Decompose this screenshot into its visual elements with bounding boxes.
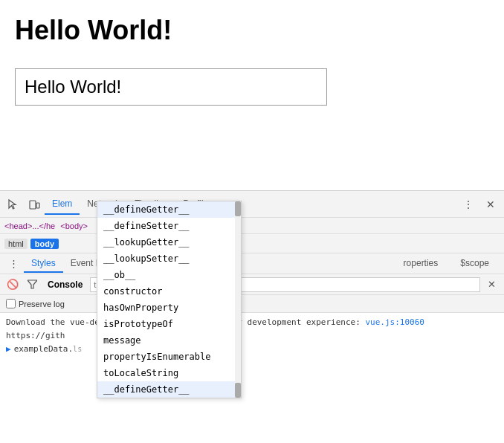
autocomplete-item-8[interactable]: message (97, 332, 241, 349)
console-toolbar2: Preserve log (0, 295, 504, 313)
autocomplete-item-1[interactable]: __defineSetter__ (97, 218, 241, 234)
device-toolbar-icon[interactable] (24, 194, 45, 215)
node-badges: html body (0, 234, 504, 253)
console-tab[interactable]: Console (43, 278, 87, 291)
close-devtools-icon[interactable]: ✕ (480, 194, 501, 215)
hello-world-input[interactable] (15, 68, 327, 106)
close-console-icon[interactable]: ✕ (483, 277, 500, 293)
ban-icon[interactable]: 🚫 (4, 277, 21, 293)
autocomplete-item-10[interactable]: toLocaleString (97, 365, 241, 381)
subtab-scope[interactable]: $scope (453, 255, 497, 273)
filter-icon[interactable] (24, 277, 40, 293)
preserve-log-label[interactable]: Preserve log (6, 299, 65, 308)
scroll-thumb-top (235, 201, 241, 216)
scroll-thumb-bottom (235, 383, 241, 398)
console-link-vuejs[interactable]: vue.js:10060 (365, 317, 424, 329)
autocomplete-scrollbar[interactable] (235, 201, 241, 398)
autocomplete-dropdown: __defineGetter__ __defineSetter__ __look… (97, 201, 242, 398)
console-prompt-arrow: ▶ (6, 343, 11, 355)
subtab-styles[interactable]: Styles (24, 255, 63, 273)
autocomplete-item-5[interactable]: constructor (97, 283, 241, 300)
autocomplete-item-9[interactable]: propertyIsEnumerable (97, 349, 241, 365)
svg-rect-0 (30, 201, 36, 209)
svg-rect-1 (36, 203, 39, 208)
devtools-panel: Elem Network Timeline Profiles » ⋮ ✕ <he… (0, 190, 504, 443)
console-toolbar: 🚫 Console ✕ (0, 274, 504, 295)
devtools-toolbar: Elem Network Timeline Profiles » ⋮ ✕ (0, 191, 504, 218)
autocomplete-item-4[interactable]: __ob__ (97, 267, 241, 283)
breadcrumb-head[interactable]: <head>...</he (4, 222, 55, 230)
badge-html[interactable]: html (4, 239, 28, 249)
svg-marker-2 (28, 280, 37, 288)
toolbar-right: ⋮ ✕ (458, 194, 501, 215)
autocomplete-item-0[interactable]: __defineGetter__ (97, 201, 241, 218)
preserve-log-checkbox[interactable] (6, 299, 16, 308)
cursor-icon[interactable] (3, 194, 24, 215)
console-output: Download the vue-devtools extension for … (0, 313, 504, 443)
tab-elements[interactable]: Elem (45, 194, 80, 215)
subtabs-more-icon[interactable]: ⋮ (3, 253, 24, 274)
breadcrumb-body[interactable]: <body> (60, 222, 88, 230)
subtabs: ⋮ Styles Event List roperties $scope (0, 253, 504, 274)
autocomplete-item-7[interactable]: isPrototypeOf (97, 316, 241, 332)
badge-body[interactable]: body (30, 239, 59, 249)
autocomplete-item-3[interactable]: __lookupSetter__ (97, 250, 241, 267)
autocomplete-item-2[interactable]: __lookupGetter__ (97, 234, 241, 250)
subtab-properties[interactable]: roperties (396, 255, 446, 273)
dom-breadcrumb: <head>...</he <body> (0, 218, 504, 234)
page-title: Hello World! (15, 15, 489, 46)
more-options-icon[interactable]: ⋮ (458, 194, 479, 215)
console-line-download: Download the vue-devtools extension for … (6, 316, 498, 329)
console-line-url: https://gith ​ (6, 329, 498, 343)
console-section: 🚫 Console ✕ Preserve log Download the vu… (0, 274, 504, 443)
console-line-input: ▶ exampleData. ls (6, 343, 498, 356)
page-content: Hello World! (0, 0, 504, 193)
autocomplete-item-11[interactable]: __defineGetter__ (97, 381, 241, 398)
autocomplete-item-6[interactable]: hasOwnProperty (97, 300, 241, 316)
